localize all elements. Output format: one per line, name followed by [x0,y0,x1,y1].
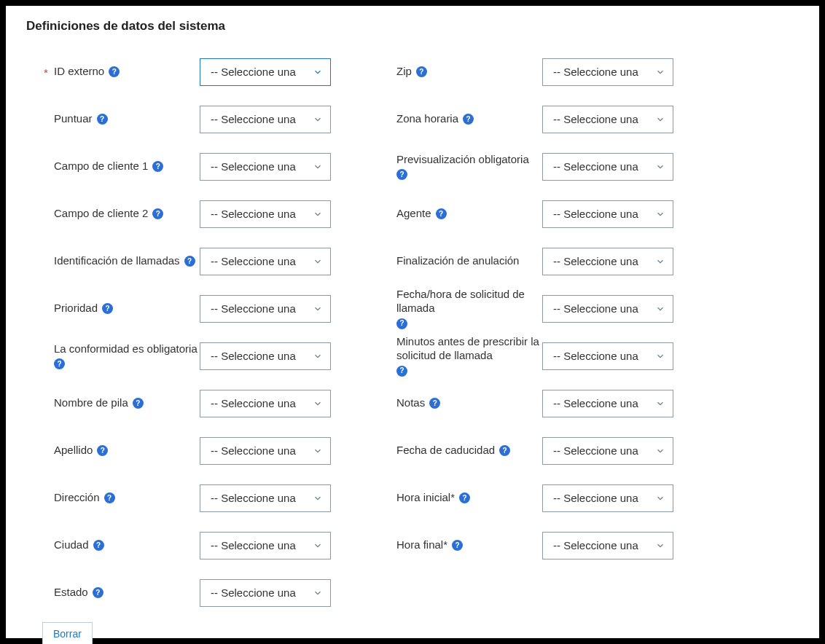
chevron-down-icon [655,114,665,125]
help-icon[interactable]: ? [396,318,407,329]
help-icon[interactable]: ? [97,445,108,456]
field-label: Hora final* [396,538,447,552]
field-label: Nombre de pila [54,396,128,410]
select-fecha-hora-solicitud-llamada[interactable]: -- Seleccione una [542,295,673,323]
field-row-nombre-pila: Nombre de pila?-- Seleccione una [54,380,331,427]
select-value: -- Seleccione una [211,586,296,599]
help-icon[interactable]: ? [93,540,104,551]
field-label-wrap: Nombre de pila? [54,396,200,410]
select-fecha-caducidad[interactable]: -- Seleccione una [542,437,673,465]
field-row-zip: Zip?-- Seleccione una [396,48,673,95]
field-label: Dirección [54,491,100,505]
help-icon[interactable]: ? [54,358,65,369]
select-value: -- Seleccione una [553,492,638,504]
select-value: -- Seleccione una [211,208,296,220]
chevron-down-icon [313,67,323,77]
field-label: Campo de cliente 1 [54,160,148,173]
field-label: Agente [396,207,431,221]
select-value: -- Seleccione una [553,255,638,267]
chevron-down-icon [313,209,323,219]
select-notas[interactable]: -- Seleccione una [542,390,673,417]
select-id-externo[interactable]: -- Seleccione una [200,58,331,86]
field-label: Hora inicial* [396,491,455,505]
help-icon[interactable]: ? [102,303,113,314]
field-label-wrap: Previsualización obligatoria? [396,153,542,181]
field-row-estado: Estado?-- Seleccione una [54,569,331,616]
select-apellido[interactable]: -- Seleccione una [200,437,331,465]
select-zona-horaria[interactable]: -- Seleccione una [542,106,673,133]
field-row-ciudad: Ciudad?-- Seleccione una [54,522,331,569]
field-label-wrap: Apellido? [54,444,200,458]
field-label: Identificación de llamadas [54,254,180,268]
chevron-down-icon [313,446,323,456]
chevron-down-icon [655,351,665,361]
field-label-wrap: Hora inicial*? [396,491,542,505]
select-value: -- Seleccione una [553,444,638,457]
help-icon[interactable]: ? [184,256,195,267]
help-icon[interactable]: ? [152,161,163,172]
field-row-id-externo: *ID externo?-- Seleccione una [54,48,331,95]
select-nombre-pila[interactable]: -- Seleccione una [200,390,331,417]
chevron-down-icon [655,446,665,456]
select-value: -- Seleccione una [553,397,638,409]
field-row-direccion: Dirección?-- Seleccione una [54,474,331,522]
field-row-notas: Notas?-- Seleccione una [396,380,673,427]
field-label-wrap: Minutos antes de prescribir la solicitud… [396,335,542,377]
help-icon[interactable]: ? [133,398,144,409]
select-value: -- Seleccione una [211,160,296,173]
help-icon[interactable]: ? [104,492,115,503]
help-icon[interactable]: ? [152,208,163,219]
field-label-wrap: Prioridad? [54,302,200,315]
field-label: Finalización de anulación [396,254,519,268]
field-row-finalizacion-anulacion: Finalización de anulación-- Seleccione u… [396,237,673,285]
left-column: *ID externo?-- Seleccione unaPuntuar?-- … [54,48,331,616]
select-agente[interactable]: -- Seleccione una [542,200,673,228]
select-hora-inicial[interactable]: -- Seleccione una [542,484,673,512]
help-icon[interactable]: ? [499,445,510,456]
select-prioridad[interactable]: -- Seleccione una [200,295,331,323]
select-previsualizacion-obligatoria[interactable]: -- Seleccione una [542,153,673,181]
select-conformidad-obligatoria[interactable]: -- Seleccione una [200,342,331,370]
select-campo-cliente-2[interactable]: -- Seleccione una [200,200,331,228]
field-row-campo-cliente-2: Campo de cliente 2?-- Seleccione una [54,190,331,237]
help-icon[interactable]: ? [396,366,407,377]
help-icon[interactable]: ? [459,492,470,503]
select-ciudad[interactable]: -- Seleccione una [200,532,331,559]
help-icon[interactable]: ? [109,66,120,77]
help-icon[interactable]: ? [436,208,447,219]
select-value: -- Seleccione una [211,350,296,362]
field-label-wrap: Campo de cliente 2? [54,207,200,221]
select-campo-cliente-1[interactable]: -- Seleccione una [200,153,331,181]
field-row-prioridad: Prioridad?-- Seleccione una [54,285,331,332]
field-row-hora-inicial: Hora inicial*?-- Seleccione una [396,474,673,522]
field-row-previsualizacion-obligatoria: Previsualización obligatoria?-- Seleccio… [396,143,673,190]
select-identificacion-llamadas[interactable]: -- Seleccione una [200,248,331,275]
select-hora-final[interactable]: -- Seleccione una [542,532,673,559]
field-label-wrap: Notas? [396,396,542,410]
select-zip[interactable]: -- Seleccione una [542,58,673,86]
select-direccion[interactable]: -- Seleccione una [200,484,331,512]
help-icon[interactable]: ? [97,114,108,125]
help-icon[interactable]: ? [452,540,463,551]
field-row-fecha-hora-solicitud-llamada: Fecha/hora de solicitud de llamada?-- Se… [396,285,673,332]
select-minutos-prescribir-solicitud[interactable]: -- Seleccione una [542,342,673,370]
help-icon[interactable]: ? [416,66,427,77]
chevron-down-icon [313,256,323,267]
select-estado[interactable]: -- Seleccione una [200,579,331,607]
field-row-minutos-prescribir-solicitud: Minutos antes de prescribir la solicitud… [396,332,673,380]
field-label: Prioridad [54,302,98,315]
field-row-fecha-caducidad: Fecha de caducidad?-- Seleccione una [396,427,673,474]
help-icon[interactable]: ? [463,114,474,125]
clear-button[interactable]: Borrar [42,622,93,644]
field-label-wrap: Fecha de caducidad? [396,444,542,458]
help-icon[interactable]: ? [93,587,103,598]
chevron-down-icon [313,493,323,503]
help-icon[interactable]: ? [396,169,407,180]
field-label-wrap: Zip? [396,65,542,79]
system-data-definitions-panel: Definiciones de datos del sistema *ID ex… [6,6,819,638]
select-puntuar[interactable]: -- Seleccione una [200,106,331,133]
help-icon[interactable]: ? [429,398,440,409]
chevron-down-icon [655,67,665,77]
field-row-campo-cliente-1: Campo de cliente 1?-- Seleccione una [54,143,331,190]
select-finalizacion-anulacion[interactable]: -- Seleccione una [542,248,673,275]
